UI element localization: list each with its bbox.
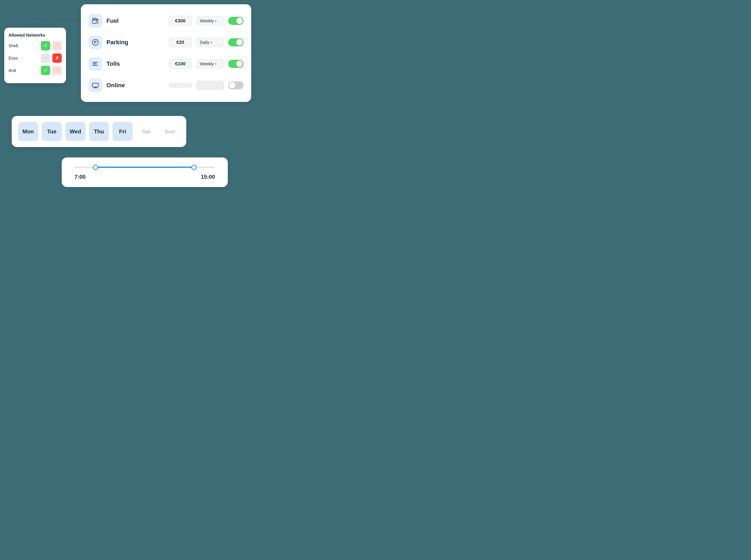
fuel-period-chevron: ▾ [215,19,217,23]
tolls-amount[interactable]: €100 [169,59,192,69]
day-btn-fri[interactable]: Fri [112,122,133,141]
fuel-amount[interactable]: €300 [169,16,192,26]
shell-deny-btn[interactable]: ✗ [52,41,62,51]
day-btn-tue[interactable]: Tue [42,122,62,141]
online-amount[interactable] [169,83,192,88]
network-row-shell: Shell ✓ ✗ [8,41,62,51]
day-btn-mon[interactable]: Mon [18,122,38,141]
online-icon [88,79,102,92]
time-slider[interactable] [75,165,215,169]
parking-amount[interactable]: €20 [169,37,192,47]
fuel-period-value: Weekly [200,19,214,23]
online-period[interactable] [196,81,224,90]
shell-allow-btn[interactable]: ✓ [41,41,50,51]
parking-toggle[interactable] [228,38,243,46]
parking-label: Parking [106,39,164,46]
time-range-card: 7:00 15:00 [62,157,228,187]
parking-period[interactable]: Daily ▾ [196,38,224,47]
spending-row-parking: P Parking €20 Daily ▾ [88,32,243,53]
fuel-label: Fuel [106,17,164,24]
tolls-period-value: Weekly [200,61,214,66]
fuel-icon [88,14,102,28]
fuel-toggle[interactable] [228,17,243,25]
online-toggle[interactable] [228,81,243,89]
days-row: Mon Tue Wed Thu Fri Sat Sun [18,122,180,141]
spending-row-tolls: Tolls €100 Weekly ▾ [88,53,243,75]
parking-period-value: Daily [200,40,209,45]
tolls-label: Tolls [106,60,164,67]
parking-icon: P [88,36,102,49]
day-btn-sat[interactable]: Sat [136,122,156,141]
network-name-shell: Shell [8,43,39,48]
allowed-networks-card: Allowed Networks Shell ✓ ✗ Esso ✓ ✗ Aral… [4,28,66,83]
day-btn-thu[interactable]: Thu [89,122,109,141]
network-row-aral: Aral ✓ ✗ [8,66,62,75]
svg-text:P: P [94,40,97,44]
svg-rect-0 [92,18,96,23]
end-time-label: 15:00 [201,174,215,180]
network-name-aral: Aral [8,68,39,73]
svg-rect-8 [92,83,98,87]
tolls-toggle[interactable] [228,60,243,68]
esso-allow-btn[interactable]: ✓ [41,54,50,63]
fuel-period[interactable]: Weekly ▾ [196,16,224,26]
slider-thumb-end[interactable] [191,165,196,170]
tolls-period[interactable]: Weekly ▾ [196,59,224,69]
spending-row-fuel: Fuel €300 Weekly ▾ [88,10,243,32]
network-row-esso: Esso ✓ ✗ [8,54,62,63]
tolls-period-chevron: ▾ [215,62,217,65]
spending-limits-card: Fuel €300 Weekly ▾ P Parking €20 Daily ▾ [81,4,251,102]
networks-title: Allowed Networks [8,33,62,38]
spending-row-online: Online [88,75,243,96]
esso-deny-btn[interactable]: ✗ [52,54,62,63]
time-labels: 7:00 15:00 [75,174,215,180]
tolls-icon [88,57,102,71]
day-btn-wed[interactable]: Wed [65,122,85,141]
slider-fill [96,166,194,168]
day-btn-sun[interactable]: Sun [160,122,180,141]
online-label: Online [106,82,164,89]
svg-rect-1 [93,19,95,20]
aral-deny-btn[interactable]: ✗ [52,66,62,75]
slider-thumb-start[interactable] [93,165,98,170]
start-time-label: 7:00 [75,174,85,180]
aral-allow-btn[interactable]: ✓ [41,66,50,75]
network-name-esso: Esso [8,56,39,61]
days-of-week-card: Mon Tue Wed Thu Fri Sat Sun [12,116,186,147]
parking-period-chevron: ▾ [211,41,212,44]
